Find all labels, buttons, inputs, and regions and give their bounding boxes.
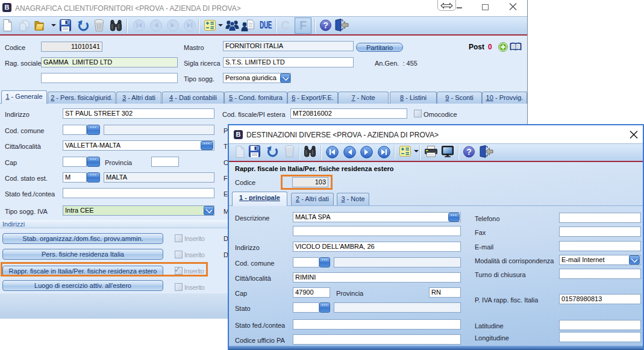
svg-text:?: ? xyxy=(466,147,472,157)
svg-text:?: ? xyxy=(323,20,328,30)
